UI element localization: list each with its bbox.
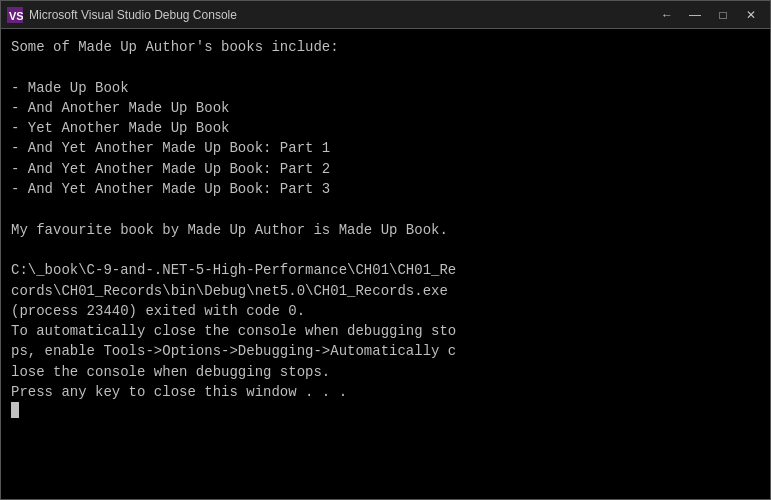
console-line: lose the console when debugging stops. [11, 362, 760, 382]
console-line: - And Yet Another Made Up Book: Part 3 [11, 179, 760, 199]
console-line: - And Yet Another Made Up Book: Part 1 [11, 138, 760, 158]
cursor [11, 402, 19, 418]
cursor-line [11, 402, 760, 418]
console-window: Some of Made Up Author's books include: … [0, 28, 771, 500]
console-line [11, 199, 760, 219]
console-line: C:\_book\C-9-and-.NET-5-High-Performance… [11, 260, 760, 280]
minimize-button[interactable]: — [682, 5, 708, 25]
console-output: Some of Made Up Author's books include: … [11, 37, 760, 402]
console-line: (process 23440) exited with code 0. [11, 301, 760, 321]
title-bar: VS Microsoft Visual Studio Debug Console… [0, 0, 771, 28]
app-icon: VS [7, 7, 23, 23]
close-button[interactable]: ✕ [738, 5, 764, 25]
console-line: Some of Made Up Author's books include: [11, 37, 760, 57]
console-line: ps, enable Tools->Options->Debugging->Au… [11, 341, 760, 361]
console-line: cords\CH01_Records\bin\Debug\net5.0\CH01… [11, 281, 760, 301]
console-line: - Made Up Book [11, 78, 760, 98]
console-line: My favourite book by Made Up Author is M… [11, 220, 760, 240]
window-title: Microsoft Visual Studio Debug Console [29, 8, 654, 22]
console-line: Press any key to close this window . . . [11, 382, 760, 402]
console-line [11, 57, 760, 77]
console-line: - Yet Another Made Up Book [11, 118, 760, 138]
back-button[interactable]: ← [654, 5, 680, 25]
svg-text:VS: VS [9, 10, 23, 22]
console-line: - And Another Made Up Book [11, 98, 760, 118]
console-line: To automatically close the console when … [11, 321, 760, 341]
maximize-button[interactable]: □ [710, 5, 736, 25]
console-line [11, 240, 760, 260]
console-line: - And Yet Another Made Up Book: Part 2 [11, 159, 760, 179]
window-controls: ← — □ ✕ [654, 5, 764, 25]
